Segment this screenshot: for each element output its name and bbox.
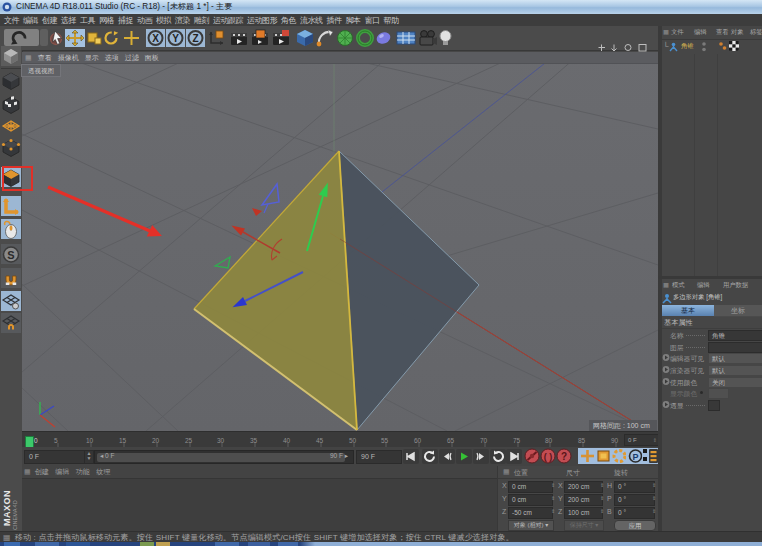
svg-text:Z: Z — [192, 33, 198, 44]
svg-text:X: X — [152, 33, 159, 44]
svg-text:( ): ( ) — [544, 452, 553, 462]
svg-text:P: P — [632, 452, 638, 462]
svg-text:Y: Y — [172, 33, 179, 44]
svg-text:?: ? — [561, 451, 567, 462]
svg-text:S: S — [7, 249, 14, 261]
svg-text:网格间距 : 100 cm: 网格间距 : 100 cm — [593, 422, 650, 430]
